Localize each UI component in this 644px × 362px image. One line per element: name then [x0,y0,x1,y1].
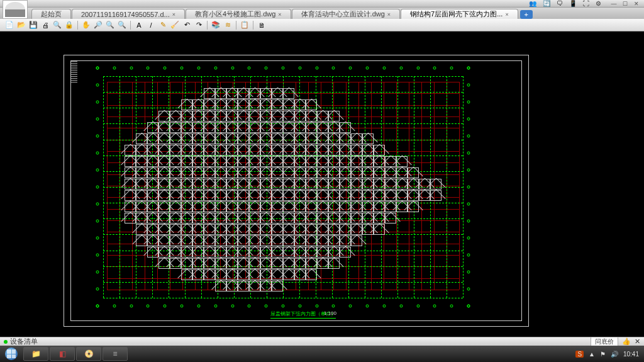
zoom-in-button[interactable]: 🔍 [104,20,116,30]
layer-button-1[interactable]: 📚 [210,20,221,30]
undo-button[interactable]: ↶ [181,20,192,30]
tab-file-2[interactable]: 教育小区4号楼施工图.dwg× [186,9,291,19]
start-button[interactable] [0,346,23,362]
props-button[interactable]: 🗎 [256,20,267,30]
taskbar-app-4[interactable]: ≡ [103,347,128,361]
sync-icon[interactable]: 🔄 [543,0,550,7]
tab-label: 教育小区4号楼施工图.dwg [195,9,275,19]
layer-button-2[interactable]: ≋ [222,20,233,30]
taskbar-app-2[interactable]: ◧ [50,347,75,361]
separator [207,21,208,30]
status-indicator-icon [4,340,8,344]
separator [236,21,236,30]
chat-icon[interactable]: 🗨 [557,0,563,7]
tab-label: 20071191169174950557.d... [81,11,170,18]
close-button[interactable]: ✕ [631,1,641,7]
list-button[interactable]: 📋 [239,20,250,30]
tab-file-1[interactable]: 20071191169174950557.d...× [72,9,185,19]
separator [253,21,253,30]
save-button[interactable]: 💾 [28,20,39,30]
line-tool-button[interactable]: / [145,20,157,30]
taskbar-left: 📁 ◧ 📀 ≡ [0,346,128,362]
window-controls: — ☐ ✕ [609,1,641,7]
tab-start[interactable]: 起始页 [31,9,71,19]
drawing-canvas[interactable]: 屋盖钢架下弦内力图（单位） 1:100 [0,31,644,339]
text-tool-button[interactable]: A [133,20,145,30]
system-tray: S ▲ ⚑ 🔊 10:41 [575,351,644,358]
avatar[interactable] [3,0,28,19]
toolbar: 📄 📂 💾 🖨 🔍 🔒 ✋ 🔎 🔍 🔍 A / ✎ 🧹 ↶ ↷ 📚 ≋ 📋 🗎 [0,19,644,31]
tray-sound-icon[interactable]: 🔊 [611,351,618,358]
pan-button[interactable]: ✋ [80,20,92,30]
structural-mesh [107,82,459,296]
taskbar-app-3[interactable]: 📀 [76,347,101,361]
taskbar-app-explorer[interactable]: 📁 [23,347,48,361]
pen-tool-button[interactable]: ✎ [157,20,169,30]
new-tab-button[interactable]: + [520,10,533,19]
zoom-out-button[interactable]: 🔍 [116,20,128,30]
redo-button[interactable]: ↷ [193,20,204,30]
contacts-icon[interactable]: 👥 [529,0,536,7]
erase-button[interactable]: 🧹 [169,20,180,30]
settings-icon[interactable]: ⚙ [596,0,601,7]
close-icon[interactable]: × [278,11,281,18]
tab-label: 钢结构7层面网壳下弦内力图... [410,9,502,19]
system-icons-group: 👥 🔄 🗨 📱 ⛶ ⚙ [529,0,601,7]
clock[interactable]: 10:41 [623,351,639,358]
taskbar: 📁 ◧ 📀 ≡ S ▲ ⚑ 🔊 10:41 [0,346,644,362]
close-icon[interactable]: × [172,11,175,18]
title-block-hatch [71,61,77,86]
drawing-scale: 1:100 [324,310,336,316]
title-bar: 👥 🔄 🗨 📱 ⛶ ⚙ — ☐ ✕ [0,0,644,8]
separator [130,21,131,30]
windows-orb-icon [5,348,18,360]
minimize-button[interactable]: — [609,1,619,7]
open-file-button[interactable]: 📂 [16,20,27,30]
tab-file-4[interactable]: 钢结构7层面网壳下弦内力图...× [401,9,518,19]
close-icon[interactable]: × [387,11,391,18]
close-icon[interactable]: × [505,11,508,18]
status-label[interactable]: 设备清单 [10,337,38,346]
maximize-button[interactable]: ☐ [620,1,630,7]
print-button[interactable]: 🖨 [40,20,51,30]
new-file-button[interactable]: 📄 [4,20,15,30]
preview-button[interactable]: 🔍 [52,20,63,30]
status-close-button[interactable]: ✕ [635,337,640,346]
like-button[interactable]: 👍 [622,337,631,346]
mobile-icon[interactable]: 📱 [569,0,577,7]
status-left: 设备清单 [4,337,38,346]
tab-file-3[interactable]: 体育活动中心立面设计.dwg× [292,9,401,19]
tab-bar: 起始页 20071191169174950557.d...× 教育小区4号楼施工… [0,8,644,19]
lock-button[interactable]: 🔒 [64,20,75,30]
fullscreen-icon[interactable]: ⛶ [583,0,589,7]
tray-network-icon[interactable]: ▲ [589,351,595,358]
separator [77,21,78,30]
tray-flag-icon[interactable]: ⚑ [600,351,606,358]
tray-s-icon[interactable]: S [575,351,584,358]
status-bar: 设备清单 问底价 👍 ✕ [0,337,644,346]
tab-label: 起始页 [41,9,62,19]
tab-label: 体育活动中心立面设计.dwg [301,9,385,19]
zoom-extents-button[interactable]: 🔎 [92,20,104,30]
